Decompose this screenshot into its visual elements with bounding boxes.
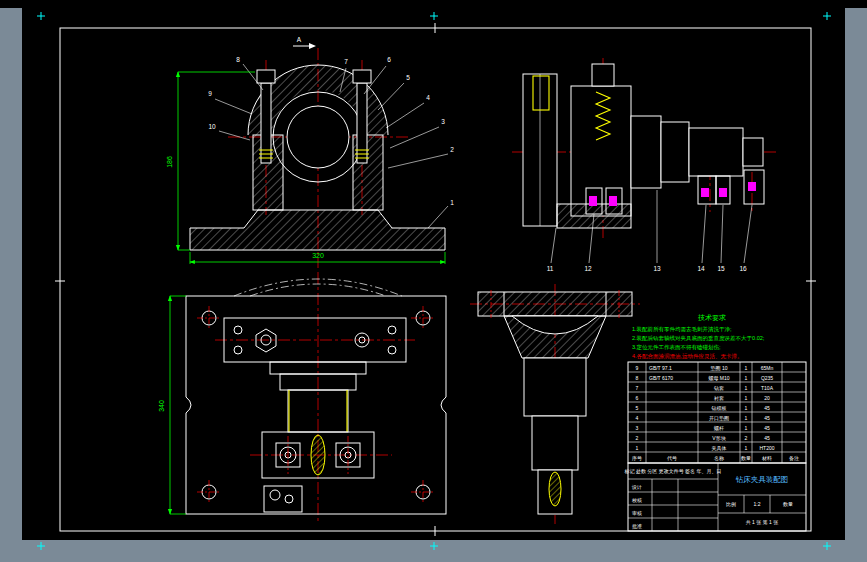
bom-cell: 夹具体 <box>712 445 727 451</box>
sign-row-label: 设计 <box>631 484 642 490</box>
bom-cell: GB/T 6170 <box>649 375 673 381</box>
bom-cell: 1 <box>745 365 748 371</box>
note-line: 3.定位元件工作表面不得有磕碰划伤; <box>632 344 721 351</box>
balloon-number: 9 <box>208 90 212 97</box>
balloon-number: 3 <box>441 118 445 125</box>
bom-cell: Q235 <box>761 375 773 381</box>
bom-cell: V形块 <box>712 435 726 441</box>
bom-cell: 螺杆 <box>714 425 724 431</box>
bom-cell: 9 <box>636 365 639 371</box>
bom-header-cell: 数量 <box>741 455 751 461</box>
dimension-text: 320 <box>312 252 324 259</box>
balloon-number: 4 <box>426 94 430 101</box>
top-strip <box>0 0 867 8</box>
bom-cell: 1 <box>745 375 748 381</box>
slot-section <box>549 472 561 506</box>
bom-header-cell: 名称 <box>714 455 724 461</box>
sign-row-label: 审核 <box>632 510 642 516</box>
note-line: 4.各配合面涂润滑油,运动件应灵活、无卡滞。 <box>632 353 743 360</box>
bom-cell: 2 <box>745 435 748 441</box>
drawing-title: 钻床夹具装配图 <box>735 475 789 484</box>
bom-cell: 螺母 M10 <box>708 375 729 381</box>
bom-cell: T10A <box>761 385 774 391</box>
bom-cell: 衬套 <box>714 395 724 402</box>
bom-header-cell: 备注 <box>789 455 799 461</box>
bom-cell: 1 <box>745 425 748 431</box>
balloon-number: 2 <box>450 146 454 153</box>
section-label: A <box>297 36 302 43</box>
bom-cell: 1 <box>745 415 748 421</box>
balloon-number: 5 <box>406 74 410 81</box>
bom-cell: 5 <box>636 405 639 411</box>
bom-cell: 45 <box>764 435 770 441</box>
bom-header-cell: 序号 <box>632 455 642 462</box>
bom-cell: 1 <box>745 385 748 391</box>
note-line: 2.装配后钻套轴线对夹具底面的垂直度误差不大于0.02; <box>632 335 765 342</box>
bom-cell: 垫圈 10 <box>711 365 728 371</box>
bom-cell: 1 <box>636 445 639 451</box>
dimension-text: 186 <box>166 156 173 168</box>
flange-section <box>478 292 632 316</box>
bom-cell: 开口垫圈 <box>709 415 729 422</box>
bom-cell: 钻套 <box>714 385 724 391</box>
bom-cell: GB/T 97.1 <box>649 365 672 371</box>
balloon-number: 15 <box>717 265 725 272</box>
balloon-number: 11 <box>547 265 554 272</box>
bom-cell: 45 <box>764 415 770 421</box>
drawing-canvas[interactable]: A 8 7 6 5 4 3 2 1 9 10 1 <box>0 0 867 562</box>
cad-viewer-window: A 8 7 6 5 4 3 2 1 9 10 1 <box>0 0 867 562</box>
bom-cell: 45 <box>764 425 770 431</box>
bom-cell: 8 <box>636 375 639 381</box>
bom-cell: 45 <box>764 405 770 411</box>
notes-title: 技术要求 <box>697 314 726 322</box>
balloon-number: 13 <box>653 265 661 272</box>
bore-circle <box>287 106 349 168</box>
balloon-number: 12 <box>584 265 592 272</box>
balloon-number: 10 <box>208 123 216 130</box>
balloon-number: 7 <box>344 58 348 65</box>
sign-row-label: 批准 <box>632 523 642 530</box>
balloon-number: 6 <box>387 56 391 63</box>
scale-label: 比例 <box>726 501 736 508</box>
bom-cell: 钻模板 <box>712 405 727 411</box>
bom-cell: 20 <box>764 395 770 401</box>
bom-cell: 1 <box>745 405 748 411</box>
bom-cell: 6 <box>636 395 639 401</box>
revision-row: 标记 处数 分区 更改文件号 签名 年、月、日 <box>624 468 722 475</box>
scale-value: 1:2 <box>754 501 761 507</box>
bom-cell: 3 <box>636 425 639 431</box>
balloon-number: 8 <box>236 56 240 63</box>
balloon-number: 1 <box>450 199 454 206</box>
balloon-number: 16 <box>739 265 747 272</box>
note-line: 1.装配前所有零件均需去毛刺并清洗干净; <box>632 326 732 333</box>
slot-plan <box>311 435 325 475</box>
bom-cell: 4 <box>636 415 639 421</box>
bom-cell: 65Mn <box>761 365 774 371</box>
bom-cell: 1 <box>745 445 748 451</box>
dimension-text: 340 <box>158 400 165 412</box>
balloon-number: 14 <box>697 265 705 272</box>
bom-header-cell: 代号 <box>667 455 677 461</box>
qty-value: 数量 <box>783 501 793 507</box>
sheet-info: 共 1 张 第 1 张 <box>746 519 779 526</box>
sign-row-label: 校核 <box>631 497 642 503</box>
bom-cell: 1 <box>745 395 748 401</box>
bom-cell: HT200 <box>759 445 774 451</box>
bom-header-cell: 材料 <box>761 455 772 462</box>
bom-cell: 2 <box>636 435 639 441</box>
bom-cell: 7 <box>636 385 639 391</box>
